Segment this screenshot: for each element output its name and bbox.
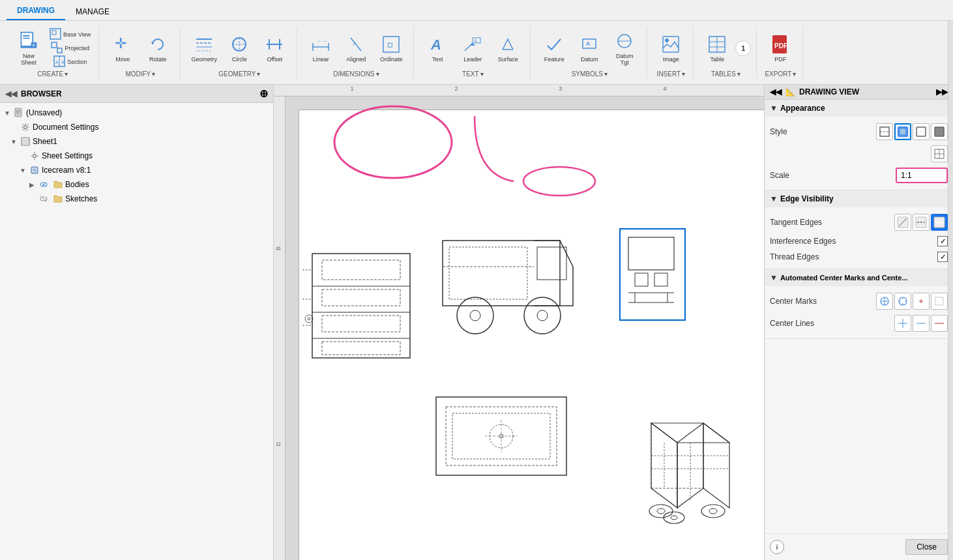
- center-lines-btn-3[interactable]: [931, 315, 948, 332]
- ribbon-group-text: A Text A Leader: [415, 27, 531, 79]
- drawing-view-2[interactable]: [436, 228, 606, 358]
- center-lines-btn-1[interactable]: [894, 315, 911, 332]
- svg-rect-90: [635, 273, 648, 286]
- tab-drawing[interactable]: DRAWING: [7, 2, 65, 20]
- tables-dropdown-icon[interactable]: ▾: [737, 70, 740, 78]
- style-row-2: [770, 143, 948, 165]
- base-view-button[interactable]: Base View: [47, 28, 93, 41]
- style-controls: [876, 123, 948, 140]
- browser-collapse-icon[interactable]: ◀◀: [5, 89, 17, 98]
- appearance-label: Appearance: [780, 104, 825, 113]
- drawing-view-1[interactable]: [299, 241, 443, 384]
- edge-visibility-label: Edge Visibility: [780, 194, 834, 203]
- tree-item-bodies[interactable]: ▶ Bodies: [0, 177, 273, 192]
- checkmark-button[interactable]: Feature: [537, 28, 571, 68]
- rotate-button[interactable]: Rotate: [141, 28, 175, 68]
- tree-item-unsaved[interactable]: ▼ (Unsaved): [0, 106, 273, 120]
- tree-arrow-unsaved[interactable]: ▼: [3, 108, 12, 117]
- center-marks-btn-1[interactable]: [876, 293, 893, 310]
- center-marks-header[interactable]: ▼ Automated Center Marks and Cente...: [765, 269, 953, 286]
- image-button[interactable]: Image: [654, 28, 688, 68]
- offset-button[interactable]: Offset: [257, 28, 291, 68]
- eye-icon[interactable]: [38, 179, 50, 190]
- browser-options-icon[interactable]: ⊕: [259, 87, 268, 100]
- canvas-area[interactable]: 1 2 3 4 5 6 B D: [274, 85, 764, 560]
- interference-edges-checkbox[interactable]: [937, 236, 948, 246]
- geometry-dropdown-icon[interactable]: ▾: [257, 70, 260, 78]
- scale-row: Scale: [770, 165, 948, 186]
- panel-expand-icon[interactable]: ▶▶: [936, 87, 948, 96]
- drawing-view-4[interactable]: [430, 391, 579, 495]
- line-pattern-button[interactable]: Geometry: [187, 28, 221, 68]
- tree-item-sheet-settings[interactable]: ▶ Sheet Settings: [0, 149, 273, 163]
- datum-target-button[interactable]: Datum Tgt: [608, 28, 641, 68]
- panel-collapse-left-icon[interactable]: ◀◀: [770, 87, 782, 96]
- svg-rect-56: [16, 113, 19, 113]
- tree-item-icecream[interactable]: ▼ Icecream v8:1: [0, 163, 273, 177]
- svg-point-78: [305, 315, 313, 323]
- style-btn-3[interactable]: [913, 123, 930, 140]
- ribbon: DRAWING MANAGE + New Sheet: [0, 0, 953, 85]
- appearance-content: Style: [765, 117, 953, 190]
- ribbon-content: + New Sheet Base View: [0, 21, 953, 84]
- projected-view-button[interactable]: Projected: [47, 42, 93, 55]
- style-btn-4[interactable]: [931, 123, 948, 140]
- text-button[interactable]: A Text: [420, 28, 454, 68]
- symbols-dropdown-icon[interactable]: ▾: [604, 70, 608, 78]
- center-marks-btn-4[interactable]: [931, 293, 948, 310]
- style-btn-1[interactable]: [876, 123, 893, 140]
- center-marks-btn-3[interactable]: [913, 293, 930, 310]
- insert-dropdown-icon[interactable]: ▾: [682, 70, 685, 78]
- dimension3-button[interactable]: ◻ Ordinate: [374, 28, 408, 68]
- svg-rect-72: [322, 289, 400, 306]
- appearance-header[interactable]: ▼ Appearance: [765, 100, 953, 117]
- tree-item-sheet1[interactable]: ▼ Sheet1: [0, 134, 273, 149]
- linear-dim-button[interactable]: ←→ Linear: [304, 28, 338, 68]
- scale-input[interactable]: [896, 168, 948, 183]
- right-scrollbar[interactable]: [948, 21, 953, 560]
- edge-visibility-header[interactable]: ▼ Edge Visibility: [765, 190, 953, 207]
- tree-arrow-icecream[interactable]: ▼: [18, 166, 27, 175]
- dimensions-dropdown-icon[interactable]: ▾: [376, 70, 379, 78]
- tree-arrow-sheet1[interactable]: ▼: [9, 137, 18, 146]
- datum-button[interactable]: A Datum: [572, 28, 606, 68]
- svg-rect-80: [443, 241, 560, 306]
- style-label: Style: [770, 127, 787, 136]
- section-view-button[interactable]: A A Section: [47, 55, 93, 68]
- center-lines-controls: [894, 315, 948, 332]
- hidden-eye-icon[interactable]: [38, 193, 50, 205]
- move-button[interactable]: ✛ Move: [106, 28, 139, 68]
- new-sheet-button[interactable]: + New Sheet: [12, 28, 46, 68]
- leader-text-button[interactable]: A Leader: [456, 28, 490, 68]
- surface-button[interactable]: Surface: [491, 28, 525, 68]
- svg-point-109: [709, 508, 717, 514]
- create-dropdown-icon[interactable]: ▾: [65, 70, 68, 78]
- svg-rect-125: [935, 127, 944, 136]
- modify-dropdown-icon[interactable]: ▾: [152, 70, 155, 78]
- drawing-canvas: [286, 96, 764, 560]
- aligned-dim-button[interactable]: ↗ Aligned: [339, 28, 373, 68]
- tree-arrow-bodies[interactable]: ▶: [27, 180, 37, 189]
- style-btn-2[interactable]: [894, 123, 911, 140]
- drawing-view-5[interactable]: [586, 371, 764, 553]
- drawing-view-3[interactable]: [619, 228, 697, 345]
- pdf-button[interactable]: PDF PDF: [763, 28, 797, 68]
- tab-manage[interactable]: MANAGE: [65, 3, 120, 20]
- style-btn-5[interactable]: [931, 145, 948, 162]
- export-dropdown-icon[interactable]: ▾: [793, 70, 796, 78]
- circle-button[interactable]: Circle: [222, 28, 256, 68]
- center-lines-btn-2[interactable]: [913, 315, 930, 332]
- table-button[interactable]: Table: [700, 28, 734, 68]
- close-button[interactable]: Close: [905, 539, 948, 555]
- svg-rect-87: [449, 247, 527, 299]
- info-button[interactable]: i: [770, 540, 784, 554]
- thread-edges-checkbox[interactable]: [937, 252, 948, 262]
- tree-item-doc-settings[interactable]: ▶ Document Settings: [0, 120, 273, 134]
- tangent-edges-btn-3[interactable]: [931, 214, 948, 231]
- tangent-edges-btn-2[interactable]: [913, 214, 930, 231]
- svg-rect-59: [22, 138, 29, 145]
- tangent-edges-btn-1[interactable]: [894, 214, 911, 231]
- tree-item-sketches[interactable]: ▶ Sketches: [0, 192, 273, 206]
- center-marks-btn-2[interactable]: [894, 293, 911, 310]
- text-dropdown-icon[interactable]: ▾: [480, 70, 484, 78]
